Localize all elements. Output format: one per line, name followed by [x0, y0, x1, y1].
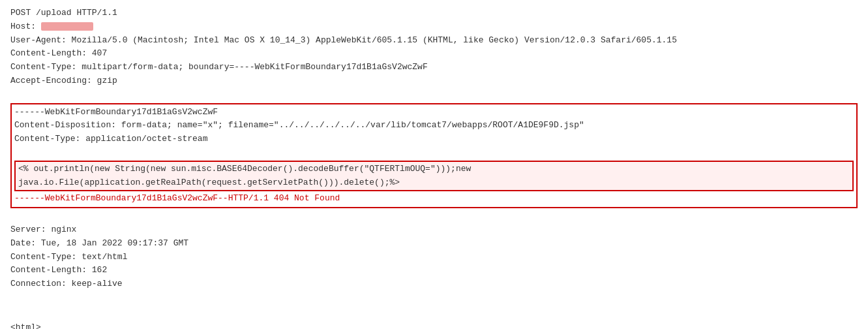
resp-content-length-line: Content-Length: 162 — [10, 264, 858, 277]
code-block: POST /upload HTTP/1.1 Host: User-Agent: … — [0, 0, 868, 329]
highlight-section: ------WebKitFormBoundary17d1B1aGsV2wcZwF… — [10, 103, 858, 209]
content-disposition-line: Content-Disposition: form-data; name="x"… — [14, 119, 854, 133]
jsp-payload-line: <% out.println(new String(new sun.misc.B… — [14, 161, 854, 192]
request-line: POST /upload HTTP/1.1 — [10, 7, 858, 20]
content-length-line: Content-Length: 407 — [10, 47, 858, 61]
connection-line: Connection: keep-alive — [10, 277, 858, 291]
empty-line-3 — [10, 210, 858, 223]
accept-encoding-line: Accept-Encoding: gzip — [10, 74, 858, 88]
host-redacted — [41, 22, 93, 31]
server-line: Server: nginx — [10, 223, 858, 237]
content-type-line: Content-Type: multipart/form-data; bound… — [10, 61, 858, 74]
resp-content-type-line: Content-Type: text/html — [10, 251, 858, 264]
user-agent-line: User-Agent: Mozilla/5.0 (Macintosh; Inte… — [10, 34, 858, 48]
empty-line-4 — [10, 291, 858, 305]
content-type2-line: Content-Type: application/octet-stream — [14, 133, 854, 146]
empty-line-1 — [10, 88, 858, 102]
host-line: Host: — [10, 20, 858, 34]
boundary1-line: ------WebKitFormBoundary17d1B1aGsV2wcZwF — [14, 106, 854, 119]
html-section: <html> <head><title>404 Not Found</title… — [10, 321, 858, 329]
date-line: Date: Tue, 18 Jan 2022 09:17:37 GMT — [10, 237, 858, 251]
empty-line-5 — [10, 305, 858, 319]
empty-line-2 — [14, 146, 854, 160]
boundary-response-line: ------WebKitFormBoundary17d1B1aGsV2wcZwF… — [14, 192, 854, 206]
html-open-line: <html> — [10, 321, 858, 329]
